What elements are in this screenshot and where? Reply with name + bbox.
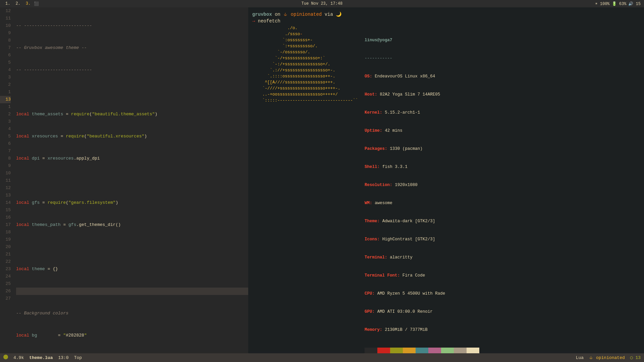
terminal-pane[interactable]: gruvbox on ⫝ opinionated via 🌙 → neofetc… [248,7,644,353]
code-area: 12 11 10 9 8 7 6 5 4 3 2 1 13 1 2 3 4 [0,7,248,353]
topbar: 1. 2. 3. ⬛ Tue Nov 23, 17:48 ☀ 100% 🔋 63… [0,0,644,7]
filetype: Lua [576,355,584,360]
main-area: 12 11 10 9 8 7 6 5 4 3 2 1 13 1 2 3 4 [0,7,644,353]
workspace-3[interactable]: 3. [24,1,33,7]
swatch-8 [467,348,479,353]
terminal-user-1: gruvbox [252,12,272,17]
workspace-2[interactable]: 2. [13,1,22,7]
workspace-1[interactable]: 1. [3,1,12,7]
color-palette [365,348,479,353]
position: 13:0 [58,355,68,360]
topbar-left: 1. 2. 3. ⬛ [3,1,39,7]
lsp-indicator: ◯ 13 [630,355,641,360]
code-lines: -- -------------------------- -- Gruvbox… [13,7,248,353]
terminal-branch-1: ⫝ opinionated [283,12,322,17]
terminal-prompt-1: gruvbox on ⫝ opinionated via 🌙 [252,11,640,17]
workspace-dot: ⬛ [34,1,39,6]
swatch-5 [428,348,441,353]
swatch-0 [365,348,377,353]
swatch-6 [441,348,454,353]
swatch-7 [454,348,467,353]
brightness-indicator: ☀ 100% [595,1,609,6]
branch-indicator: ⫝ opinionated [589,355,625,360]
swatch-3 [403,348,416,353]
filesize: 4.9k [13,355,24,360]
volume-indicator: 🔊 15 [628,1,641,6]
swatch-1 [377,348,390,353]
neofetch-art: ./o. ./ssso- `:osssssss+- `:+sssssssso/.… [252,25,358,353]
workspace-selector[interactable]: 1. 2. 3. ⬛ [3,1,39,7]
battery-indicator: 🔋 63% [612,1,627,6]
swatch-4 [416,348,428,353]
filename: theme.lua [29,355,53,360]
topbar-right: ☀ 100% 🔋 63% 🔊 15 [595,1,641,6]
editor-content[interactable]: 12 11 10 9 8 7 6 5 4 3 2 1 13 1 2 3 4 [0,7,248,353]
terminal-command-1: → neofetch [252,18,640,24]
line-numbers: 12 11 10 9 8 7 6 5 4 3 2 1 13 1 2 3 4 [0,7,13,353]
topbar-datetime: Tue Nov 23, 17:48 [302,1,342,6]
terminal-moon-1: 🌙 [336,12,341,17]
scroll-pos: Top [74,355,82,360]
neofetch-info: linus@yoga7 ----------- OS: EndeavourOS … [365,25,479,353]
swatch-2 [390,348,403,353]
statusbar: 4.9k theme.lua 13:0 Top Lua ⫝ opinionate… [0,353,644,362]
status-dot [3,355,8,361]
neofetch-output: ./o. ./ssso- `:osssssss+- `:+sssssssso/.… [252,25,640,353]
editor-pane[interactable]: 12 11 10 9 8 7 6 5 4 3 2 1 13 1 2 3 4 [0,7,248,353]
